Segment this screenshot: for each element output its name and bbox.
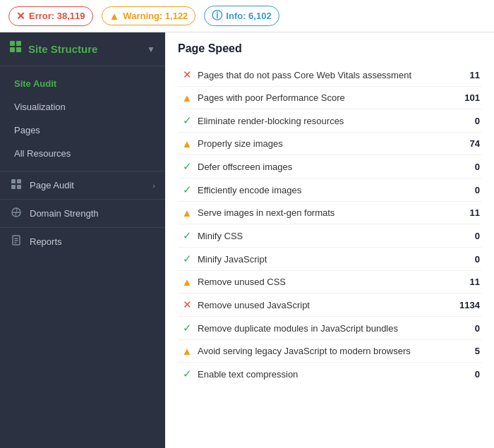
sidebar-item-site-audit[interactable]: Site Audit	[0, 72, 165, 95]
audit-row-label: Efficiently encode images	[195, 185, 455, 195]
error-icon: ✕	[16, 10, 25, 23]
error-badge[interactable]: ✕ Error: 38,119	[8, 6, 93, 26]
chevron-down-icon: ▼	[147, 44, 155, 54]
audit-row-properly-size-images[interactable]: ▲ Properly size images 74	[178, 133, 481, 155]
audit-row-label: Serve images in next-gen formats	[195, 207, 455, 218]
sidebar-item-domain-strength[interactable]: Domain Strength	[0, 199, 165, 227]
audit-row-label: Minify JavaScript	[195, 254, 455, 265]
main-content: Page Speed ✕ Pages that do not pass Core…	[165, 32, 494, 448]
error-circle-icon: ✕	[183, 298, 192, 310]
audit-row-count: 0	[455, 185, 480, 195]
audit-row-remove-unused-css[interactable]: ▲ Remove unused CSS 11	[178, 271, 481, 293]
audit-row-count: 0	[455, 231, 480, 241]
warning-triangle-icon: ▲	[182, 138, 193, 150]
svg-rect-0	[10, 41, 15, 46]
sidebar-item-visualization[interactable]: Visualization	[0, 95, 165, 119]
sidebar-item-all-resources[interactable]: All Resources	[0, 142, 165, 165]
audit-row-icon: ✕	[179, 68, 195, 81]
audit-row-remove-unused-js[interactable]: ✕ Remove unused JavaScript 1134	[178, 293, 481, 317]
sidebar-item-page-audit[interactable]: Page Audit ›	[0, 171, 165, 199]
audit-row-count: 101	[455, 92, 480, 103]
audit-row-label: Pages with poor Performance Score	[195, 92, 455, 103]
info-badge[interactable]: ⓘ Info: 6,102	[204, 6, 279, 26]
audit-row-label: Remove duplicate modules in JavaScript b…	[195, 323, 455, 334]
svg-rect-6	[11, 185, 16, 189]
svg-rect-5	[17, 179, 21, 183]
sidebar-top[interactable]: Site Structure ▼	[0, 32, 165, 66]
audit-row-icon: ▲	[179, 138, 195, 150]
audit-row-icon: ✕	[179, 298, 195, 311]
warning-triangle-icon: ▲	[182, 345, 193, 357]
svg-rect-3	[16, 47, 21, 52]
reports-icon	[10, 235, 23, 248]
sidebar-item-pages-label: Pages	[14, 125, 40, 135]
audit-row-count: 5	[455, 346, 480, 356]
sidebar-item-domain-strength-label: Domain Strength	[30, 208, 99, 219]
audit-row-count: 0	[455, 323, 480, 334]
audit-row-render-blocking[interactable]: ✓ Eliminate render-blocking resources 0	[178, 109, 481, 133]
layout: Site Structure ▼ Site Audit Visualizatio…	[0, 32, 494, 448]
sidebar-item-visualization-label: Visualization	[14, 102, 66, 112]
svg-rect-1	[16, 41, 21, 46]
audit-row-label: Remove unused JavaScript	[195, 300, 455, 310]
audit-row-text-compression[interactable]: ✓ Enable text compression 0	[178, 363, 481, 385]
audit-row-count: 0	[455, 162, 480, 172]
warning-triangle-icon: ▲	[182, 92, 193, 104]
ok-check-icon: ✓	[183, 160, 192, 172]
audit-list: ✕ Pages that do not pass Core Web Vitals…	[178, 63, 481, 385]
audit-row-icon: ✓	[179, 322, 195, 334]
audit-row-next-gen-formats[interactable]: ▲ Serve images in next-gen formats 11	[178, 202, 481, 224]
audit-row-poor-performance[interactable]: ▲ Pages with poor Performance Score 101	[178, 87, 481, 109]
audit-row-icon: ▲	[179, 207, 195, 219]
audit-row-icon: ✓	[179, 183, 195, 196]
sidebar-item-page-audit-label: Page Audit	[30, 180, 74, 190]
domain-strength-icon	[10, 207, 23, 220]
page-audit-icon	[10, 178, 23, 192]
warning-triangle-icon: ▲	[182, 276, 193, 288]
audit-row-icon: ▲	[179, 92, 195, 104]
audit-row-count: 11	[455, 70, 480, 80]
sidebar-item-reports[interactable]: Reports	[0, 227, 165, 255]
audit-row-icon: ✓	[179, 253, 195, 265]
sidebar-item-pages[interactable]: Pages	[0, 119, 165, 142]
audit-row-count: 0	[455, 254, 480, 265]
ok-check-icon: ✓	[183, 183, 192, 195]
ok-check-icon: ✓	[183, 114, 192, 126]
audit-row-count: 1134	[455, 300, 480, 310]
audit-row-defer-offscreen[interactable]: ✓ Defer offscreen images 0	[178, 155, 481, 178]
audit-row-efficiently-encode[interactable]: ✓ Efficiently encode images 0	[178, 178, 481, 202]
header: ✕ Error: 38,119 ▲ Warning: 1,122 ⓘ Info:…	[0, 0, 494, 32]
audit-row-label: Defer offscreen images	[195, 162, 455, 172]
audit-row-core-web-vitals[interactable]: ✕ Pages that do not pass Core Web Vitals…	[178, 63, 481, 87]
audit-row-duplicate-modules[interactable]: ✓ Remove duplicate modules in JavaScript…	[178, 317, 481, 340]
audit-row-legacy-js[interactable]: ▲ Avoid serving legacy JavaScript to mod…	[178, 340, 481, 363]
sidebar-item-all-resources-label: All Resources	[14, 148, 71, 159]
audit-row-count: 0	[455, 116, 480, 126]
error-label: Error: 38,119	[29, 11, 85, 21]
svg-rect-2	[10, 47, 15, 52]
audit-row-label: Properly size images	[195, 138, 455, 149]
site-structure-icon	[10, 41, 23, 57]
warning-badge[interactable]: ▲ Warning: 1,122	[102, 6, 196, 25]
svg-rect-7	[17, 185, 21, 189]
audit-row-label: Eliminate render-blocking resources	[195, 116, 455, 126]
audit-row-minify-css[interactable]: ✓ Minify CSS 0	[178, 224, 481, 248]
info-label: Info: 6,102	[226, 11, 271, 21]
sidebar-item-reports-label: Reports	[30, 236, 62, 247]
audit-row-count: 74	[455, 138, 480, 149]
page-audit-chevron-icon: ›	[152, 181, 155, 190]
audit-row-icon: ✓	[179, 229, 195, 242]
audit-row-minify-js[interactable]: ✓ Minify JavaScript 0	[178, 248, 481, 271]
ok-check-icon: ✓	[183, 229, 192, 241]
svg-rect-4	[11, 179, 16, 183]
sidebar-title: Site Structure	[28, 43, 141, 55]
error-circle-icon: ✕	[183, 68, 192, 80]
audit-row-label: Remove unused CSS	[195, 277, 455, 287]
warning-label: Warning: 1,122	[123, 11, 188, 21]
warning-triangle-icon: ▲	[182, 207, 193, 219]
sidebar: Site Structure ▼ Site Audit Visualizatio…	[0, 32, 165, 448]
audit-row-label: Enable text compression	[195, 369, 455, 380]
audit-row-icon: ✓	[179, 160, 195, 173]
audit-row-icon: ▲	[179, 345, 195, 357]
audit-row-count: 0	[455, 369, 480, 380]
